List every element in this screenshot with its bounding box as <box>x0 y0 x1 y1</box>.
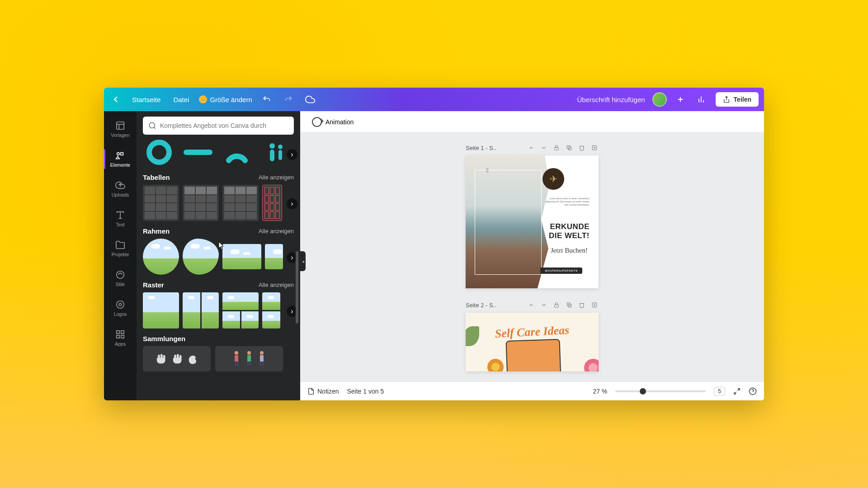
rail-logos-label: Logos <box>114 311 127 317</box>
frame-blob[interactable] <box>183 239 219 275</box>
shape-arc[interactable] <box>221 140 253 164</box>
page-1-add[interactable] <box>590 144 599 152</box>
notes-button[interactable]: Notizen <box>307 388 339 395</box>
page-2-down[interactable] <box>540 301 548 309</box>
page-indicator[interactable]: Seite 1 von 5 <box>347 388 384 395</box>
pages-scroll[interactable]: Seite 1 - S.. 𓅮 ✈ Lorem <box>300 133 764 381</box>
tables-next[interactable]: › <box>287 198 297 209</box>
shape-bar[interactable] <box>182 140 214 164</box>
table-thumb-basic[interactable] <box>143 185 179 221</box>
grid-1[interactable] <box>143 292 179 328</box>
plus-icon <box>676 95 684 103</box>
search-icon <box>148 122 156 130</box>
grid-4[interactable] <box>262 292 280 328</box>
table-thumb-header[interactable] <box>183 185 219 221</box>
rail-templates[interactable]: Vorlagen <box>104 115 137 144</box>
shapes-next[interactable]: › <box>287 149 297 160</box>
svg-line-22 <box>154 127 155 128</box>
page-1-label[interactable]: Seite 1 - S.. <box>466 145 523 151</box>
avatar[interactable] <box>652 92 667 107</box>
grid-2col[interactable] <box>183 292 219 328</box>
zoom-level[interactable]: 27 % <box>593 388 607 395</box>
panel-scrollbar[interactable] <box>296 251 298 324</box>
animation-icon <box>312 117 322 127</box>
page-2-duplicate[interactable] <box>565 301 573 309</box>
back-button[interactable] <box>109 93 122 106</box>
zoom-slider[interactable] <box>615 390 706 392</box>
person-icon <box>232 351 241 367</box>
svg-rect-41 <box>555 147 558 150</box>
page-count-badge[interactable]: 5 <box>714 387 725 396</box>
rail-logos[interactable]: Logos <box>104 294 137 323</box>
document-title[interactable]: Überschrift hinzufügen <box>577 96 645 103</box>
grids-row: › <box>137 292 300 330</box>
page-2-up[interactable] <box>527 301 535 309</box>
page-1-up[interactable] <box>527 144 535 152</box>
svg-rect-6 <box>117 122 124 130</box>
lock-icon <box>553 302 560 308</box>
page-1-lock[interactable] <box>552 144 561 152</box>
rail-projects[interactable]: Projekte <box>104 234 137 263</box>
table-thumb-header2[interactable] <box>222 185 259 221</box>
file-menu[interactable]: Datei <box>170 94 192 105</box>
people-icon <box>266 141 286 163</box>
chevron-left-icon <box>111 94 121 104</box>
page-1-delete[interactable] <box>578 144 586 152</box>
search-input[interactable] <box>160 122 288 129</box>
rail-text[interactable]: Text <box>104 204 137 233</box>
tables-row: › <box>137 185 300 223</box>
undo-button[interactable] <box>259 92 274 107</box>
page-2-canvas[interactable]: Self Care Ideas For a Bad Day <box>466 313 599 371</box>
page-1-duplicate[interactable] <box>565 144 573 152</box>
section-frames-all[interactable]: Alle anzeigen <box>259 228 294 235</box>
home-link[interactable]: Startseite <box>129 94 163 105</box>
svg-point-23 <box>149 142 169 162</box>
section-grids-all[interactable]: Alle anzeigen <box>259 282 294 288</box>
insights-button[interactable] <box>694 92 708 107</box>
section-collections-title: Sammlungen <box>143 335 185 343</box>
fullscreen-button[interactable] <box>733 388 741 395</box>
page-2-label[interactable]: Seite 2 - S.. <box>466 302 523 309</box>
rail-styles[interactable]: Stile <box>104 264 137 293</box>
rail-elements[interactable]: Elemente <box>104 145 137 174</box>
left-rail: Vorlagen Elemente Uploads Text Projekte … <box>104 111 137 400</box>
frame-circle[interactable] <box>143 239 179 275</box>
collapse-panel-button[interactable]: ◂ <box>300 251 306 271</box>
section-grids-title: Raster <box>143 281 164 289</box>
add-member-button[interactable] <box>674 93 687 106</box>
page-1-down[interactable] <box>540 144 548 152</box>
rail-apps[interactable]: Apps <box>104 324 137 352</box>
svg-rect-40 <box>262 361 264 366</box>
chevron-down-icon <box>541 145 547 151</box>
rail-apps-label: Apps <box>115 341 126 347</box>
table-thumb-outlined[interactable] <box>262 185 282 221</box>
flower-icon <box>487 359 504 371</box>
svg-rect-17 <box>117 331 119 333</box>
help-icon <box>749 387 757 395</box>
shape-ring[interactable] <box>143 140 175 164</box>
plane-logo: ✈ <box>542 168 564 190</box>
page-2-lock[interactable] <box>552 301 561 309</box>
page-2-add[interactable] <box>590 301 599 309</box>
cloud-sync-button[interactable] <box>303 92 317 107</box>
crown-icon: 👑 <box>199 95 207 103</box>
search-box[interactable] <box>143 117 294 135</box>
section-tables-all[interactable]: Alle anzeigen <box>259 174 294 181</box>
collection-1[interactable] <box>143 346 211 371</box>
frame-rect2[interactable] <box>265 244 283 269</box>
page-1-canvas[interactable]: 𓅮 ✈ Lorem ipsum dolor sit amet, consecte… <box>466 155 599 288</box>
animation-button[interactable]: Animation <box>307 114 358 130</box>
resize-button[interactable]: 👑 Größe ändern <box>199 95 252 103</box>
svg-point-27 <box>278 145 283 149</box>
grid-3[interactable] <box>222 292 259 328</box>
frame-rect[interactable] <box>222 244 261 269</box>
app-window: Startseite Datei 👑 Größe ändern Überschr… <box>104 88 764 400</box>
help-button[interactable] <box>749 387 757 395</box>
share-button[interactable]: Teilen <box>716 92 759 107</box>
rail-uploads[interactable]: Uploads <box>104 174 137 203</box>
page-2-delete[interactable] <box>578 301 586 309</box>
redo-button[interactable] <box>281 92 296 107</box>
collection-2[interactable] <box>215 346 283 371</box>
zoom-thumb[interactable] <box>640 388 646 394</box>
svg-rect-18 <box>121 331 124 333</box>
